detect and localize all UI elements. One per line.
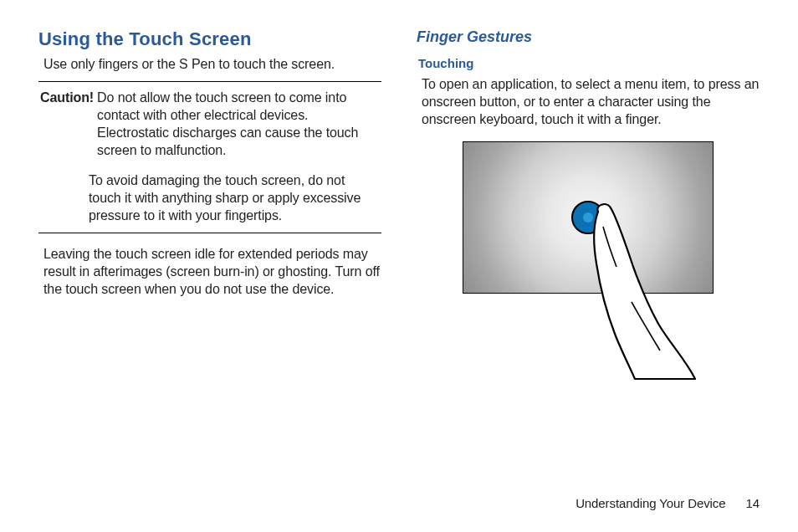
chapter-title: Understanding Your Device (575, 496, 725, 510)
touch-figure (463, 141, 714, 294)
touchscreen-illustration (463, 141, 714, 294)
left-column: Using the Touch Screen Use only fingers … (38, 28, 381, 298)
subsection-heading: Finger Gestures (417, 28, 760, 46)
gesture-heading: Touching (417, 56, 760, 70)
idle-warning: Leaving the touch screen idle for extend… (38, 245, 381, 298)
page-number: 14 (746, 496, 760, 510)
right-column: Finger Gestures Touching To open an appl… (417, 28, 760, 298)
caution-label: Caution! (40, 89, 94, 159)
touching-description: To open an application, to select a menu… (417, 75, 760, 128)
touch-point-icon (571, 201, 605, 234)
caution-box: Caution! Do not allow the touch screen t… (38, 81, 381, 233)
intro-text: Use only fingers or the S Pen to touch t… (38, 55, 381, 73)
caution-paragraph-1: Do not allow the touch screen to come in… (97, 89, 380, 159)
page-footer: Understanding Your Device 14 (575, 496, 760, 510)
caution-paragraph-2: To avoid damaging the touch screen, do n… (40, 171, 380, 224)
section-heading: Using the Touch Screen (38, 28, 381, 50)
